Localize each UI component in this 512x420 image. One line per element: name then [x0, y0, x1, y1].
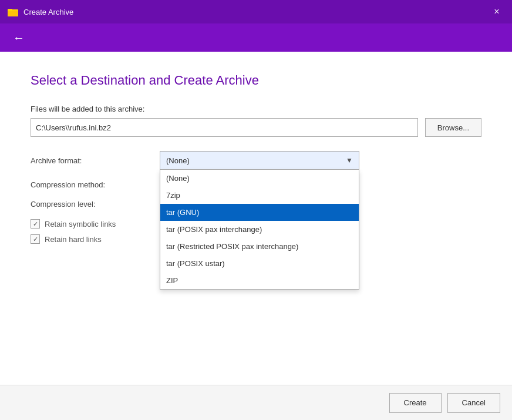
- check-icon-2: ✓: [33, 236, 38, 243]
- path-right: \rufus.ini.bz2: [68, 123, 111, 132]
- chevron-down-icon: ▼: [346, 156, 353, 164]
- dropdown-selected-value: (None): [166, 156, 190, 165]
- dropdown-item-none[interactable]: (None): [160, 170, 359, 187]
- dropdown-trigger[interactable]: (None) ▼: [160, 151, 359, 170]
- archive-format-label: Archive format:: [31, 156, 160, 165]
- symbolic-links-checkbox[interactable]: ✓: [31, 219, 40, 229]
- content-area: Select a Destination and Create Archive …: [0, 52, 512, 385]
- nav-bar: ←: [0, 23, 512, 52]
- hard-links-label: Retain hard links: [45, 235, 102, 244]
- dropdown-item-tar-ustar[interactable]: tar (POSIX ustar): [160, 255, 359, 272]
- file-field-label: Files will be added to this archive:: [31, 105, 481, 113]
- dropdown-item-tar-posix-pax[interactable]: tar (POSIX pax interchange): [160, 221, 359, 238]
- archive-format-dropdown[interactable]: (None) ▼ (None) 7zip tar (GNU) tar (POSI…: [160, 151, 359, 170]
- symbolic-links-label: Retain symbolic links: [45, 220, 116, 229]
- svg-rect-2: [8, 9, 12, 11]
- cancel-button[interactable]: Cancel: [447, 393, 500, 413]
- compression-level-label: Compression level:: [31, 200, 160, 209]
- compression-method-label: Compression method:: [31, 180, 160, 189]
- create-button[interactable]: Create: [389, 393, 442, 413]
- dropdown-item-tar-gnu[interactable]: tar (GNU): [160, 204, 359, 221]
- browse-button[interactable]: Browse...: [425, 118, 481, 137]
- titlebar: Create Archive ×: [0, 0, 512, 23]
- svg-rect-1: [8, 11, 18, 16]
- path-row: C:\Users\ \rufus.ini.bz2 Browse...: [31, 118, 481, 137]
- app-icon: [7, 6, 19, 18]
- hard-links-checkbox[interactable]: ✓: [31, 234, 40, 244]
- archive-format-row: Archive format: (None) ▼ (None) 7zip tar…: [31, 151, 481, 170]
- dropdown-item-zip[interactable]: ZIP: [160, 272, 359, 289]
- back-button[interactable]: ←: [9, 28, 28, 47]
- dropdown-item-7zip[interactable]: 7zip: [160, 187, 359, 204]
- page-title: Select a Destination and Create Archive: [31, 73, 481, 88]
- path-left: C:\Users\: [36, 123, 68, 132]
- dropdown-item-tar-restricted[interactable]: tar (Restricted POSIX pax interchange): [160, 238, 359, 255]
- window: Create Archive × ← Select a Destination …: [0, 0, 512, 420]
- dropdown-menu: (None) 7zip tar (GNU) tar (POSIX pax int…: [160, 170, 359, 290]
- footer: Create Cancel: [0, 385, 512, 420]
- titlebar-title: Create Archive: [23, 8, 73, 16]
- close-button[interactable]: ×: [489, 4, 505, 20]
- check-icon: ✓: [33, 220, 38, 228]
- path-input[interactable]: C:\Users\ \rufus.ini.bz2: [31, 118, 418, 137]
